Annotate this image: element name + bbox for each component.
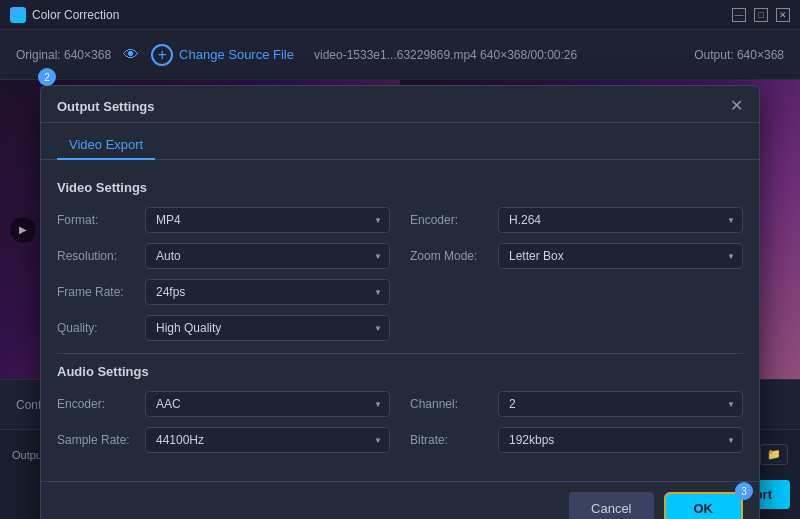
ok-button[interactable]: OK [664,492,744,519]
encoder-row: Encoder: H.264 [410,207,743,233]
frame-rate-row: Frame Rate: 24fps [57,279,390,305]
change-source-label: Change Source File [179,47,294,62]
add-circle-icon: + [151,44,173,66]
format-select-wrapper: MP4 [145,207,390,233]
modal-title: Output Settings [57,99,155,114]
modal-header: Output Settings ✕ [41,86,759,123]
channel-select-wrapper: 2 [498,391,743,417]
format-row: Format: MP4 [57,207,390,233]
audio-encoder-row: Encoder: AAC [57,391,390,417]
channel-label: Channel: [410,397,490,411]
badge-2: 2 [38,68,56,86]
cancel-button[interactable]: Cancel [569,492,653,519]
browse-button[interactable]: 📁 [760,444,788,465]
file-info: video-1533e1...63229869.mp4 640×368/00:0… [314,48,577,62]
encoder-select[interactable]: H.264 [498,207,743,233]
ok-button-wrapper: 3 OK [664,492,744,519]
quality-select[interactable]: High Quality [145,315,390,341]
modal-tabs: Video Export [41,123,759,160]
encoder-label: Encoder: [410,213,490,227]
eye-icon[interactable]: 👁 [123,46,139,64]
zoom-mode-label: Zoom Mode: [410,249,490,263]
badge-3: 3 [735,482,753,500]
zoom-mode-select[interactable]: Letter Box [498,243,743,269]
format-label: Format: [57,213,137,227]
audio-encoder-label: Encoder: [57,397,137,411]
video-settings-grid: Format: MP4 Encoder: H.264 [57,207,743,341]
quality-row: Quality: High Quality [57,315,390,341]
toolbar-left: Original: 640×368 👁 + Change Source File… [16,44,694,66]
resolution-label: Resolution: [57,249,137,263]
tab-video-export[interactable]: Video Export [57,131,155,160]
channel-select[interactable]: 2 [498,391,743,417]
encoder-select-wrapper: H.264 [498,207,743,233]
bitrate-label: Bitrate: [410,433,490,447]
resolution-row: Resolution: Auto [57,243,390,269]
modal-footer: Cancel 3 OK [41,481,759,519]
frame-rate-select-wrapper: 24fps [145,279,390,305]
app-title: Color Correction [32,8,119,22]
bitrate-select[interactable]: 192kbps [498,427,743,453]
minimize-button[interactable]: — [732,8,746,22]
zoom-mode-select-wrapper: Letter Box [498,243,743,269]
quality-select-wrapper: High Quality [145,315,390,341]
sample-rate-select[interactable]: 44100Hz [145,427,390,453]
modal-body: Video Settings Format: MP4 Encoder: [41,160,759,481]
sample-rate-select-wrapper: 44100Hz [145,427,390,453]
frame-rate-label: Frame Rate: [57,285,137,299]
bitrate-select-wrapper: 192kbps [498,427,743,453]
bitrate-row: Bitrate: 192kbps [410,427,743,453]
modal-overlay: Output Settings ✕ Video Export Video Set… [0,80,800,379]
modal-close-button[interactable]: ✕ [730,98,743,114]
quality-label: Quality: [57,321,137,335]
format-select[interactable]: MP4 [145,207,390,233]
audio-encoder-select-wrapper: AAC [145,391,390,417]
main-toolbar: Original: 640×368 👁 + Change Source File… [0,30,800,80]
output-settings-modal: Output Settings ✕ Video Export Video Set… [40,85,760,519]
audio-settings-grid: Encoder: AAC Channel: 2 [57,391,743,453]
divider [57,353,743,354]
output-size-label: Output: 640×368 [694,48,784,62]
frame-rate-select[interactable]: 24fps [145,279,390,305]
zoom-mode-row: Zoom Mode: Letter Box [410,243,743,269]
channel-row: Channel: 2 [410,391,743,417]
resolution-select-wrapper: Auto [145,243,390,269]
maximize-button[interactable]: □ [754,8,768,22]
close-button[interactable]: ✕ [776,8,790,22]
add-source-button[interactable]: + Change Source File [151,44,294,66]
audio-encoder-select[interactable]: AAC [145,391,390,417]
original-label: Original: 640×368 [16,48,111,62]
audio-settings-title: Audio Settings [57,364,743,379]
sample-rate-label: Sample Rate: [57,433,137,447]
main-content: ▶ Output Settings ✕ Video Export Video S… [0,80,800,379]
video-settings-title: Video Settings [57,180,743,195]
title-bar: Color Correction — □ ✕ [0,0,800,30]
window-controls: — □ ✕ [732,8,790,22]
sample-rate-row: Sample Rate: 44100Hz [57,427,390,453]
resolution-select[interactable]: Auto [145,243,390,269]
app-icon [10,7,26,23]
